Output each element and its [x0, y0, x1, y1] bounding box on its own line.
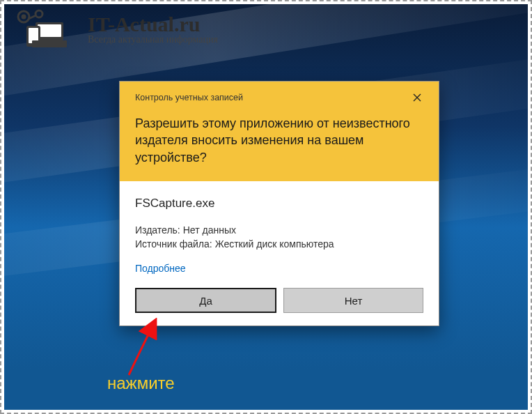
uac-button-row: Да Нет: [135, 288, 423, 313]
watermark-logo-icon: [11, 8, 81, 50]
uac-titlebar-text: Контроль учетных записей: [135, 93, 243, 102]
uac-metadata: Издатель: Нет данных Источник файла: Жес…: [135, 223, 423, 252]
annotation-label: нажмите: [107, 374, 175, 393]
publisher-value: Нет данных: [183, 223, 236, 237]
svg-point-2: [36, 10, 42, 17]
svg-rect-9: [32, 40, 67, 47]
file-source-label: Источник файла:: [135, 237, 212, 251]
site-watermark: IT-Actual.ru Всегда актуальная информаци…: [11, 8, 218, 50]
uac-question-text: Разрешить этому приложению от неизвестно…: [135, 115, 423, 166]
uac-body: FSCapture.exe Издатель: Нет данных Источ…: [120, 181, 439, 326]
svg-rect-5: [38, 24, 61, 37]
no-button[interactable]: Нет: [283, 288, 423, 313]
details-link[interactable]: Подробнее: [135, 263, 186, 274]
close-icon[interactable]: [411, 91, 423, 104]
publisher-label: Издатель:: [135, 223, 180, 237]
uac-app-name: FSCapture.exe: [135, 197, 423, 210]
yes-button[interactable]: Да: [135, 288, 276, 313]
watermark-title: IT-Actual.ru: [88, 13, 218, 36]
svg-point-1: [22, 15, 25, 18]
file-source-value: Жесткий диск компьютера: [215, 237, 334, 251]
watermark-subtitle: Всегда актуальная информация: [88, 35, 218, 45]
uac-header: Контроль учетных записей Разрешить этому…: [120, 82, 439, 181]
annotation-arrow-icon: [118, 318, 174, 381]
desktop-background: IT-Actual.ru Всегда актуальная информаци…: [4, 4, 528, 410]
uac-dialog: Контроль учетных записей Разрешить этому…: [119, 81, 439, 326]
